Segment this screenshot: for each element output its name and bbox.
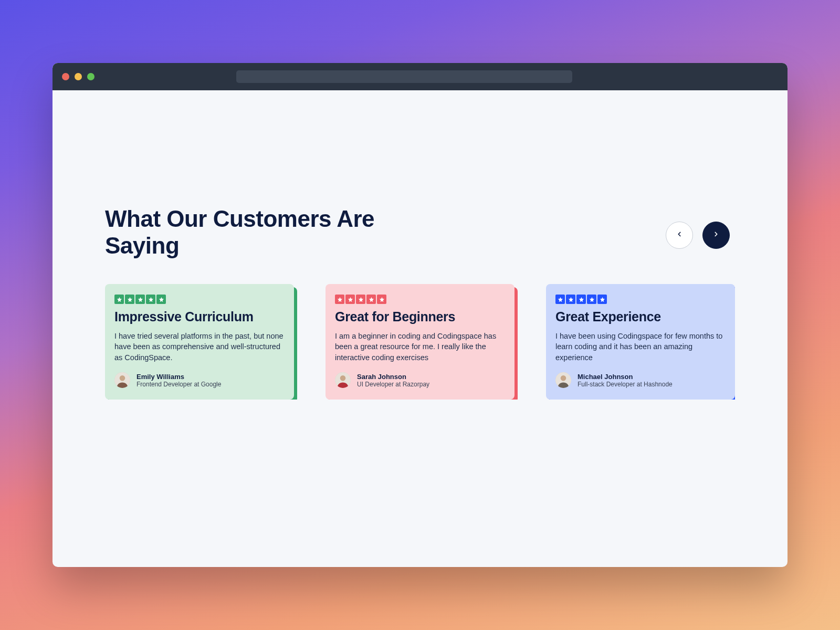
carousel-next-button[interactable] [702, 222, 730, 249]
testimonial-title: Impressive Curriculum [114, 309, 285, 324]
testimonial-title: Great for Beginners [335, 309, 505, 324]
star-icon [377, 295, 386, 304]
star-icon [125, 295, 134, 304]
window-close-button[interactable] [62, 73, 69, 80]
svg-point-1 [120, 375, 125, 381]
avatar [555, 372, 571, 388]
star-icon [135, 295, 145, 304]
star-icon [597, 295, 607, 304]
avatar [114, 372, 130, 388]
window-minimize-button[interactable] [75, 73, 82, 80]
author-role: Frontend Developer at Google [136, 381, 221, 388]
browser-titlebar [52, 63, 788, 90]
testimonial-body: I have tried several platforms in the pa… [114, 331, 285, 363]
rating-stars [555, 295, 726, 304]
star-icon [366, 295, 376, 304]
star-icon [566, 295, 575, 304]
star-icon [576, 295, 586, 304]
star-icon [156, 295, 166, 304]
testimonial-title: Great Experience [555, 309, 726, 324]
testimonial-author: Emily Williams Frontend Developer at Goo… [114, 372, 285, 388]
author-role: Full-stack Developer at Hashnode [578, 381, 673, 388]
author-name: Emily Williams [136, 373, 221, 381]
carousel-prev-button[interactable] [666, 222, 693, 249]
svg-point-3 [340, 375, 346, 381]
star-icon [345, 295, 355, 304]
avatar [335, 372, 351, 388]
testimonial-card: Great Experience I have been using Codin… [546, 284, 735, 400]
rating-stars [335, 295, 505, 304]
chevron-right-icon [712, 230, 720, 240]
testimonial-card: Great for Beginners I am a beginner in c… [326, 284, 514, 400]
section-heading: What Our Customers Are Saying [105, 206, 399, 259]
page-content: What Our Customers Are Saying [52, 90, 788, 567]
testimonial-cards: Impressive Curriculum I have tried sever… [105, 284, 735, 400]
chevron-left-icon [676, 230, 683, 240]
svg-point-5 [561, 375, 566, 381]
star-icon [146, 295, 155, 304]
star-icon [114, 295, 124, 304]
carousel-nav [666, 222, 730, 249]
testimonial-body: I am a beginner in coding and Codingspac… [335, 331, 505, 363]
star-icon [335, 295, 344, 304]
testimonial-author: Michael Johnson Full-stack Developer at … [555, 372, 726, 388]
testimonial-author: Sarah Johnson UI Developer at Razorpay [335, 372, 505, 388]
star-icon [356, 295, 365, 304]
testimonial-body: I have been using Codingspace for few mo… [555, 331, 726, 363]
star-icon [555, 295, 565, 304]
author-name: Sarah Johnson [357, 373, 429, 381]
browser-window: What Our Customers Are Saying [52, 63, 788, 567]
browser-url-bar[interactable] [236, 70, 572, 83]
window-maximize-button[interactable] [87, 73, 94, 80]
rating-stars [114, 295, 285, 304]
author-name: Michael Johnson [578, 373, 673, 381]
author-role: UI Developer at Razorpay [357, 381, 429, 388]
testimonial-card: Impressive Curriculum I have tried sever… [105, 284, 294, 400]
star-icon [587, 295, 596, 304]
